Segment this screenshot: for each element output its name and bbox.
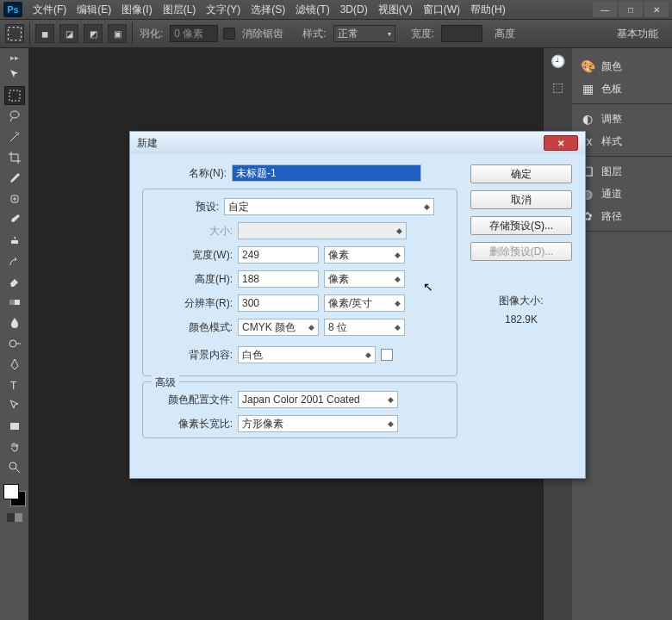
menu-filter[interactable]: 滤镜(T) [290, 3, 334, 17]
bg-select[interactable]: 白色◆ [238, 346, 376, 363]
zoom-tool[interactable] [4, 458, 25, 477]
move-tool[interactable] [4, 65, 25, 84]
option-width-input[interactable] [441, 25, 482, 42]
ok-button[interactable]: 确定 [470, 164, 572, 183]
svg-rect-8 [10, 423, 19, 430]
selection-new-icon[interactable]: ◼ [35, 24, 54, 43]
path-selection-tool[interactable] [4, 396, 25, 415]
dialog-titlebar[interactable]: 新建 ✕ [130, 132, 585, 154]
height-label: 高度 [493, 27, 517, 41]
height-label-d: 高度(H): [148, 272, 233, 287]
layers-panel-tab[interactable]: ❏图层 [572, 160, 672, 183]
new-document-dialog: 新建 ✕ 名称(N): 预设: 自定◆ 大小: ◆ [129, 131, 586, 479]
toolbox-handle[interactable]: ▸▸ [10, 53, 19, 62]
rectangle-tool[interactable] [4, 417, 25, 436]
history-panel-icon[interactable]: 🕘 [544, 48, 572, 74]
svg-point-9 [9, 462, 16, 469]
size-label: 大小: [148, 224, 233, 239]
feather-input[interactable] [170, 25, 218, 42]
close-window-button[interactable]: ✕ [644, 2, 669, 17]
history-brush-tool[interactable] [4, 251, 25, 270]
selection-subtract-icon[interactable]: ◩ [84, 24, 103, 43]
properties-panel-icon[interactable]: ⬚ [544, 74, 572, 100]
type-tool[interactable]: T [4, 375, 25, 394]
lasso-tool[interactable] [4, 107, 25, 126]
style-label: 样式: [301, 27, 327, 41]
healing-brush-tool[interactable] [4, 189, 25, 208]
resolution-unit-select[interactable]: 像素/英寸◆ [324, 294, 405, 312]
aspect-label: 像素长宽比: [148, 417, 233, 431]
cancel-button[interactable]: 取消 [470, 190, 572, 209]
menu-type[interactable]: 文字(Y) [201, 3, 246, 17]
menu-file[interactable]: 文件(F) [28, 3, 72, 17]
bits-select[interactable]: 8 位◆ [324, 319, 405, 336]
svg-text:T: T [10, 380, 17, 392]
image-size-label: 图像大小: [499, 294, 543, 308]
menu-3d[interactable]: 3D(D) [335, 3, 373, 16]
aspect-select[interactable]: 方形像素◆ [238, 415, 398, 432]
mode-select[interactable]: CMYK 颜色◆ [238, 319, 319, 336]
save-preset-button[interactable]: 存储预设(S)... [470, 216, 572, 235]
color-panel-tab[interactable]: 🎨颜色 [572, 55, 672, 78]
menu-help[interactable]: 帮助(H) [465, 3, 511, 17]
paths-panel-tab[interactable]: ✿路径 [572, 205, 672, 227]
contrast-icon: ◐ [579, 111, 596, 127]
channels-panel-tab[interactable]: ◍通道 [572, 183, 672, 205]
menu-window[interactable]: 窗口(W) [418, 3, 465, 17]
preset-label: 预设: [148, 200, 219, 214]
panels-dock: 🎨颜色 ▦色板 ◐调整 fx样式 ❏图层 ◍通道 ✿路径 [572, 48, 672, 620]
svg-rect-5 [9, 300, 15, 305]
bg-color-swatch[interactable] [381, 349, 393, 361]
selection-add-icon[interactable]: ◪ [59, 24, 78, 43]
menu-edit[interactable]: 编辑(E) [72, 3, 116, 17]
maximize-button[interactable]: □ [619, 2, 643, 17]
size-select: ◆ [238, 222, 407, 239]
eyedropper-tool[interactable] [4, 169, 25, 188]
width-label-d: 宽度(W): [148, 248, 233, 263]
app-logo: Ps [3, 2, 22, 17]
blur-tool[interactable] [4, 313, 25, 332]
menu-view[interactable]: 视图(V) [373, 3, 418, 17]
hand-tool[interactable] [4, 437, 25, 456]
menu-select[interactable]: 选择(S) [246, 3, 290, 17]
preset-select[interactable]: 自定◆ [224, 198, 434, 215]
adjustments-panel-tab[interactable]: ◐调整 [572, 108, 672, 130]
styles-panel-tab[interactable]: fx样式 [572, 130, 672, 152]
height-unit-select[interactable]: 像素◆ [324, 270, 405, 288]
eraser-tool[interactable] [4, 272, 25, 291]
workspace-switcher[interactable]: 基本功能 [608, 27, 667, 41]
dodge-tool[interactable] [4, 334, 25, 353]
name-input[interactable] [232, 164, 421, 182]
clone-stamp-tool[interactable] [4, 231, 25, 250]
svg-point-2 [10, 111, 19, 118]
color-swatches[interactable] [3, 484, 26, 506]
marquee-tool-icon[interactable] [5, 24, 24, 43]
profile-select[interactable]: Japan Color 2001 Coated◆ [238, 391, 398, 408]
crop-tool[interactable] [4, 148, 25, 167]
minimize-button[interactable]: — [593, 2, 617, 17]
menu-image[interactable]: 图像(I) [116, 3, 157, 17]
menu-bar: Ps 文件(F) 编辑(E) 图像(I) 图层(L) 文字(Y) 选择(S) 滤… [0, 0, 672, 19]
delete-preset-button: 删除预设(D)... [470, 242, 572, 261]
gradient-tool[interactable] [4, 293, 25, 312]
menu-layer[interactable]: 图层(L) [158, 3, 202, 17]
marquee-tool[interactable] [4, 86, 25, 105]
width-input[interactable] [238, 246, 319, 264]
pen-tool[interactable] [4, 355, 25, 374]
tools-panel: ▸▸ T [0, 48, 29, 620]
height-input[interactable] [238, 270, 319, 288]
magic-wand-tool[interactable] [4, 127, 25, 146]
style-select[interactable]: 正常▾ [333, 25, 395, 42]
brush-tool[interactable] [4, 210, 25, 229]
swatches-panel-tab[interactable]: ▦色板 [572, 78, 672, 100]
image-size-value: 182.9K [499, 313, 543, 326]
dialog-close-button[interactable]: ✕ [544, 135, 578, 151]
resolution-input[interactable] [238, 294, 319, 312]
mode-label: 颜色模式: [148, 320, 233, 335]
antialias-checkbox[interactable] [223, 28, 235, 40]
svg-rect-0 [9, 28, 22, 40]
quick-mask-toggle[interactable] [7, 513, 22, 522]
swatch-grid-icon: ▦ [579, 81, 596, 96]
selection-intersect-icon[interactable]: ▣ [108, 24, 127, 43]
width-unit-select[interactable]: 像素◆ [324, 246, 405, 264]
